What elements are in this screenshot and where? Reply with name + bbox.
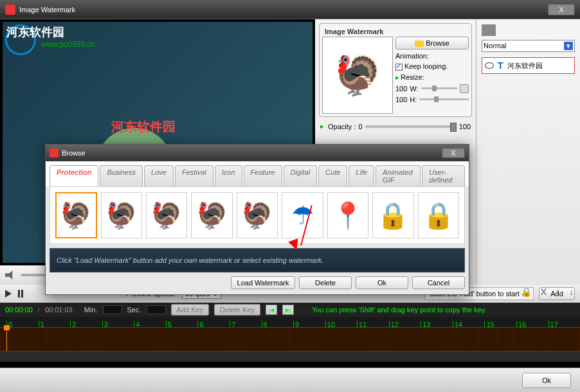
ruler-tick: 14 [453, 321, 485, 327]
delete-key-button[interactable]: Delete Key [214, 304, 260, 316]
tab-icon[interactable]: Icon [215, 165, 242, 186]
width-row: 100 W: [395, 84, 469, 93]
prev-key-button[interactable]: |◀ [266, 305, 277, 315]
chevron-down-icon: ▾ [564, 42, 573, 50]
window-title: Image Watermark [19, 6, 75, 13]
playhead[interactable] [6, 328, 7, 351]
dialog-hint: Click "Load Watermark" button add your o… [50, 248, 465, 272]
gallery-item[interactable]: 📍 [327, 192, 368, 238]
keep-looping-checkbox[interactable] [395, 64, 403, 71]
blend-mode-dropdown[interactable]: Normal▾ [482, 40, 575, 52]
next-key-button[interactable]: ▶| [282, 305, 294, 315]
ruler-tick: 16 [516, 321, 548, 327]
move-down-button[interactable]: ↓ [569, 287, 574, 297]
gallery-item[interactable]: 🦃 [101, 192, 142, 238]
move-up-button[interactable]: ↑ [556, 287, 560, 297]
tab-user-defined[interactable]: User-defined [422, 165, 465, 186]
layer-tools: 🔒 X ↑ ↓ [521, 287, 574, 297]
layers-icon[interactable] [482, 24, 496, 36]
browse-button[interactable]: Browse [395, 37, 469, 49]
dialog-close-button[interactable]: X [442, 148, 465, 158]
ruler-tick: 8 [262, 321, 294, 327]
tab-festival[interactable]: Festival [175, 165, 213, 186]
ruler-tick: 0 [6, 321, 39, 327]
layers-panel: Normal▾ T 河东软件园 [476, 19, 580, 285]
ruler-tick: 7 [230, 321, 262, 327]
time-current: 00:00:00 [5, 306, 33, 314]
tab-protection[interactable]: Protection [50, 165, 98, 186]
timeline-track[interactable] [0, 327, 580, 352]
dialog-icon [50, 148, 59, 157]
width-slider[interactable] [421, 87, 457, 89]
watermark-gallery: 🦃 🦃 🦃 🦃 🦃 ☂ 📍 🔒 🔒 [50, 186, 465, 244]
delete-layer-button[interactable]: X [541, 287, 547, 297]
dialog-titlebar: Browse X [46, 145, 469, 161]
tab-feature[interactable]: Feature [244, 165, 282, 186]
browse-dialog: Browse X ProtectionBusinessLoveFestivalI… [45, 144, 469, 295]
tab-cute[interactable]: Cute [318, 165, 347, 186]
opacity-row: ▸Opacity :0 100 [319, 121, 472, 132]
app-icon [5, 4, 15, 15]
animation-label: Animation: [395, 52, 469, 60]
gallery-item[interactable]: 🦃 [237, 192, 278, 238]
ruler-tick: 9 [293, 321, 325, 327]
dialog-title: Browse [62, 149, 86, 157]
tab-animated-gif[interactable]: Animated GIF [376, 165, 421, 186]
min-input[interactable] [103, 305, 122, 314]
tab-love[interactable]: Love [144, 165, 174, 186]
visibility-icon[interactable] [485, 62, 494, 69]
footer-bar: Ok [0, 368, 580, 392]
tab-life[interactable]: Life [349, 165, 374, 186]
dialog-buttons: Load Watermark Delete Ok Cancel [46, 276, 469, 294]
main-titlebar: Image Watermark X [0, 0, 580, 19]
tab-business[interactable]: Business [100, 165, 143, 186]
logo-text: 河东软件园 [6, 24, 64, 40]
ruler-tick: 6 [197, 321, 230, 327]
add-key-button[interactable]: Add Key [171, 304, 210, 316]
gallery-item[interactable]: 🔒 [372, 192, 413, 238]
watermark-overlay-text: 河东软件园 [111, 118, 176, 136]
tab-digital[interactable]: Digital [284, 165, 318, 186]
timeline-scrollbar[interactable] [0, 352, 580, 362]
sec-input[interactable] [147, 305, 166, 314]
timeline-hint: You can press 'Shift' and drag key point… [312, 306, 486, 314]
turkey-icon: 🦃 [334, 53, 382, 98]
timeline-header: 00:00:00 / 00:01:03 Min. Sec. Add Key De… [0, 303, 580, 317]
aspect-lock-button[interactable] [460, 84, 469, 93]
ruler-tick: 17 [548, 321, 580, 327]
ruler-tick: 4 [134, 321, 166, 327]
watermark-thumbnail[interactable]: 🦃 [322, 37, 393, 114]
ruler-tick: 11 [357, 321, 389, 327]
resize-label: ▸Resize: [395, 73, 469, 82]
window-close-button[interactable]: X [548, 4, 575, 15]
lock-layer-button[interactable]: 🔒 [521, 287, 532, 297]
folder-icon [415, 40, 424, 47]
height-slider[interactable] [419, 98, 469, 100]
footer-ok-button[interactable]: Ok [522, 373, 571, 388]
pause-button[interactable] [18, 290, 23, 298]
time-total: 00:01:03 [45, 306, 73, 314]
ruler-tick: 3 [102, 321, 134, 327]
load-watermark-button[interactable]: Load Watermark [231, 276, 295, 289]
play-button[interactable] [5, 290, 12, 298]
gallery-item[interactable]: 🦃 [146, 192, 187, 238]
watermark-layer-item[interactable]: T 河东软件园 [482, 57, 575, 74]
delete-button[interactable]: Delete [299, 276, 352, 289]
ruler-tick: 12 [389, 321, 421, 327]
gallery-item[interactable]: ☂ [282, 192, 323, 238]
category-tabs: ProtectionBusinessLoveFestivalIconFeatur… [46, 161, 469, 186]
gallery-item[interactable]: 🦃 [191, 192, 232, 238]
text-type-icon: T [498, 60, 503, 71]
ruler-tick: 15 [484, 321, 516, 327]
ruler-tick: 1 [39, 321, 71, 327]
logo-url: www.pc0359.cn [41, 40, 95, 49]
layer-label: 河东软件园 [507, 61, 543, 71]
timeline-ruler[interactable]: 01234567891011121314151617 [0, 317, 580, 327]
gallery-item[interactable]: 🔒 [418, 192, 459, 238]
opacity-slider[interactable] [365, 125, 457, 128]
gallery-item[interactable]: 🦃 [55, 192, 97, 238]
ok-button[interactable]: Ok [356, 276, 408, 289]
volume-icon[interactable] [5, 271, 15, 280]
cancel-button[interactable]: Cancel [412, 276, 465, 289]
panel-title: Image Watermark [322, 26, 469, 37]
